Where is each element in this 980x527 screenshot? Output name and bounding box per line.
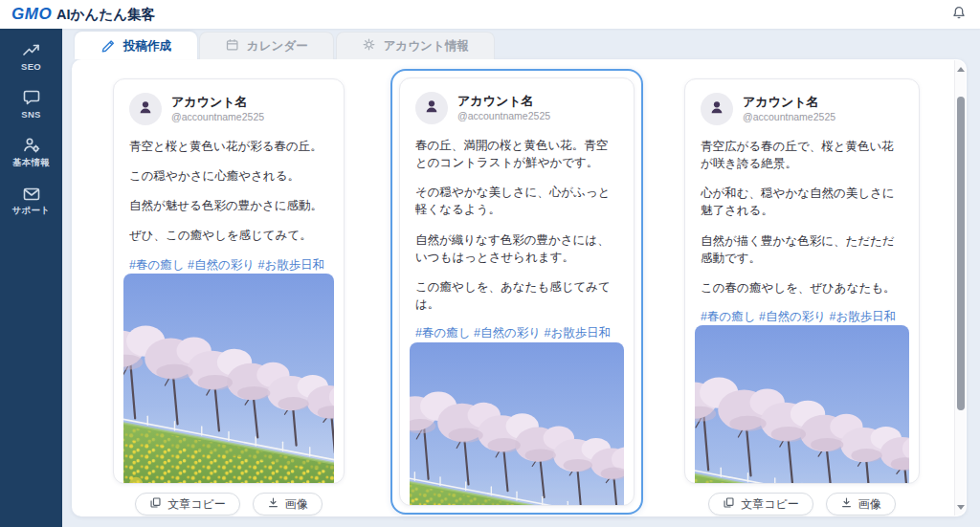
tab-label: アカウント情報 <box>384 38 469 55</box>
vertical-scrollbar[interactable] <box>954 60 966 516</box>
post-text: 自然が魅せる色彩の豊かさに感動。 <box>129 197 328 214</box>
post-photo-cherry-blossom <box>123 274 334 484</box>
post-card-2[interactable]: アカウント名 @accountname2525 春の丘、満開の桜と黄色い花。青空… <box>399 77 635 506</box>
copy-text-button[interactable]: 文章コピー <box>135 493 240 516</box>
image-download-button[interactable]: 画像 <box>826 493 896 516</box>
sidebar-item-label: SEO <box>21 61 41 72</box>
sidebar-item-label: 基本情報 <box>12 157 50 169</box>
chat-bubble-icon <box>22 88 41 106</box>
account-row: アカウント名 @accountname2525 <box>415 92 618 124</box>
post-text: 心が和む、穏やかな自然の美しさに魅了される。 <box>701 185 903 219</box>
app-logo: GMO AIかんたん集客 <box>11 5 155 24</box>
tab-label: 投稿作成 <box>123 38 171 55</box>
image-label: 画像 <box>285 496 308 513</box>
copy-icon <box>723 496 735 512</box>
hashtag-links[interactable]: #春の癒し #自然の彩り #お散歩日和 <box>129 257 328 274</box>
post-text: 自然が織りなす色彩の豊かさには、いつもはっとさせられます。 <box>415 231 618 266</box>
notification-bell-button[interactable] <box>949 5 969 24</box>
tab-calendar[interactable]: カレンダー <box>199 32 334 59</box>
scroll-up-arrow[interactable] <box>955 62 967 76</box>
sidebar-item-basic-info[interactable]: 基本情報 <box>0 136 62 169</box>
post-text: この癒やしを、あなたも感じてみては。 <box>415 278 618 313</box>
card-1-actions: 文章コピー 画像 <box>113 493 345 516</box>
app-header: GMO AIかんたん集客 <box>0 0 980 29</box>
avatar <box>129 93 162 125</box>
download-icon <box>840 496 853 512</box>
copy-text-label: 文章コピー <box>741 496 799 513</box>
avatar <box>701 93 733 125</box>
post-card-2-selected-outline[interactable]: アカウント名 @accountname2525 春の丘、満開の桜と黄色い花。青空… <box>390 69 643 515</box>
post-text: この穏やかさに心癒やされる。 <box>129 167 328 185</box>
post-photo-cherry-blossom <box>695 325 909 484</box>
account-name: アカウント名 <box>743 95 835 110</box>
hashtag-links[interactable]: #春の癒し #自然の彩り #お散歩日和 <box>415 325 618 342</box>
card-3-actions: 文章コピー 画像 <box>684 493 920 516</box>
bell-icon <box>951 5 967 24</box>
avatar <box>415 92 448 124</box>
person-icon <box>423 98 440 119</box>
tab-label: カレンダー <box>247 38 308 55</box>
scroll-down-arrow[interactable] <box>955 500 967 514</box>
tab-bar: 投稿作成 カレンダー アカウント情報 <box>75 32 495 59</box>
logo-gmo-text: GMO <box>11 5 52 24</box>
scrollbar-thumb[interactable] <box>957 97 965 410</box>
gear-icon <box>362 37 376 55</box>
person-icon <box>137 99 154 120</box>
person-icon <box>708 99 725 120</box>
account-handle: @accountname2525 <box>457 110 550 122</box>
copy-text-label: 文章コピー <box>167 496 226 513</box>
sidebar-item-support[interactable]: サポート <box>0 186 62 217</box>
image-download-button[interactable]: 画像 <box>253 493 323 516</box>
post-card-3[interactable]: アカウント名 @accountname2525 青空広がる春の丘で、桜と黄色い花… <box>684 78 920 484</box>
post-text: 春の丘、満開の桜と黄色い花。青空とのコントラストが鮮やかです。 <box>415 137 618 171</box>
account-handle: @accountname2525 <box>171 111 264 123</box>
app-window: GMO AIかんたん集客 SEO <box>0 0 980 527</box>
person-settings-icon <box>22 136 41 154</box>
sidebar-nav: SEO SNS 基本情報 <box>0 29 62 527</box>
trend-chart-icon <box>22 41 41 58</box>
sidebar-item-seo[interactable]: SEO <box>0 41 62 72</box>
post-text: 青空広がる春の丘で、桜と黄色い花が咲き誇る絶景。 <box>701 138 903 172</box>
copy-text-button[interactable]: 文章コピー <box>708 493 813 516</box>
calendar-icon <box>225 37 239 55</box>
download-icon <box>267 496 279 512</box>
image-label: 画像 <box>858 496 881 513</box>
tab-post-create[interactable]: 投稿作成 <box>75 32 197 59</box>
post-text: ぜひ、この癒やしを感じてみて。 <box>129 227 328 244</box>
post-card-1[interactable]: アカウント名 @accountname2525 青空と桜と黄色い花が彩る春の丘。… <box>113 78 345 484</box>
account-name: アカウント名 <box>171 95 264 110</box>
pencil-icon <box>100 37 116 55</box>
sidebar-item-label: サポート <box>12 205 51 217</box>
post-text: その穏やかな美しさに、心がふっと軽くなるよう。 <box>415 184 618 218</box>
account-handle: @accountname2525 <box>743 111 835 123</box>
mail-icon <box>22 186 41 202</box>
account-row: アカウント名 @accountname2525 <box>129 93 328 125</box>
post-text: 自然が描く豊かな色彩に、ただただ感動です。 <box>701 232 903 267</box>
copy-icon <box>149 496 162 512</box>
post-text: 青空と桜と黄色い花が彩る春の丘。 <box>129 138 328 155</box>
account-row: アカウント名 @accountname2525 <box>701 93 903 125</box>
tab-account-info[interactable]: アカウント情報 <box>336 32 495 59</box>
post-photo-cherry-blossom <box>410 342 624 507</box>
post-text: この春の癒やしを、ぜひあなたも。 <box>701 279 903 296</box>
logo-product-text: AIかんたん集客 <box>56 6 155 24</box>
account-name: アカウント名 <box>457 94 550 109</box>
sidebar-item-sns[interactable]: SNS <box>0 88 62 120</box>
sidebar-item-label: SNS <box>21 109 40 120</box>
hashtag-links[interactable]: #春の癒し #自然の彩り #お散歩日和 <box>701 309 903 326</box>
